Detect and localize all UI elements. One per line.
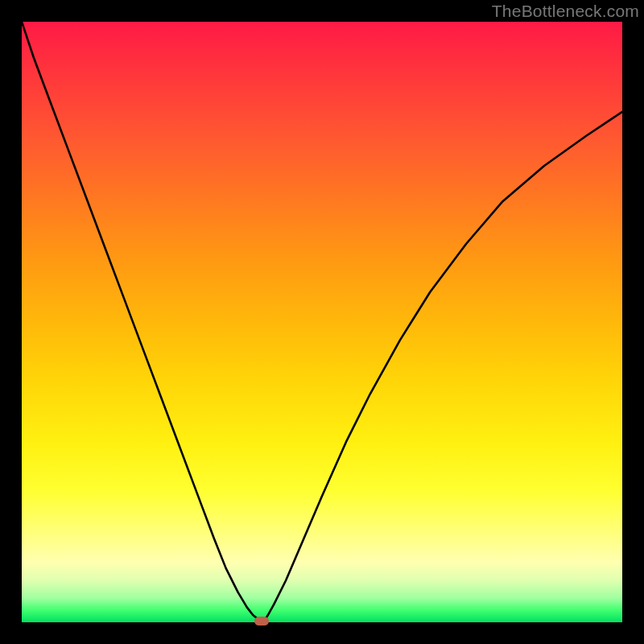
watermark-text: TheBottleneck.com bbox=[492, 2, 639, 21]
bottleneck-curve bbox=[22, 22, 622, 622]
chart-frame: TheBottleneck.com bbox=[0, 0, 644, 644]
plot-area bbox=[22, 22, 622, 622]
minimum-marker bbox=[254, 617, 269, 625]
